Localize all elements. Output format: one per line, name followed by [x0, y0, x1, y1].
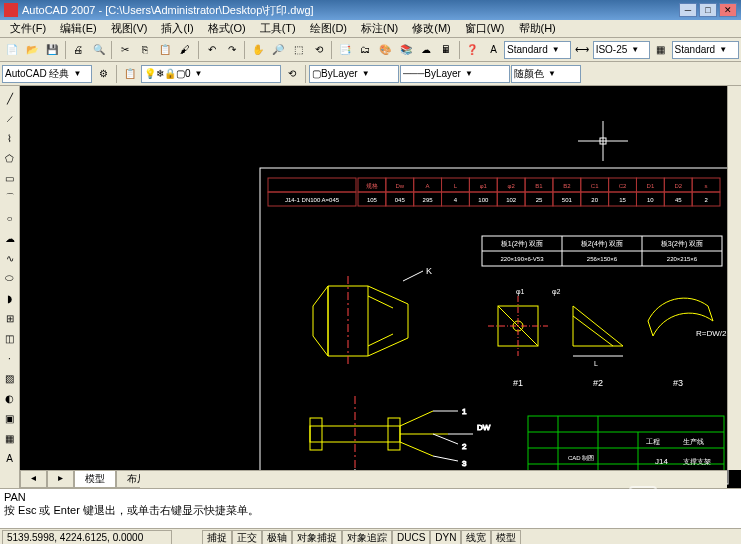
drawing-canvas[interactable]: 规格DwALφ1φ2B1B2C1C2D1D2sJ14-1 DN100 A=045…	[20, 86, 741, 488]
sheet-set-icon[interactable]: 📚	[396, 40, 415, 60]
status-snap[interactable]: 捕捉	[202, 530, 232, 545]
svg-text:L: L	[594, 360, 598, 367]
hatch-icon[interactable]: ▨	[1, 369, 19, 387]
textstyle-icon[interactable]: A	[484, 40, 503, 60]
svg-text:板1(2件) 双面: 板1(2件) 双面	[500, 240, 543, 248]
zoom-icon[interactable]: 🔎	[269, 40, 288, 60]
xline-icon[interactable]: ⟋	[1, 109, 19, 127]
dimstyle-icon[interactable]: ⟷	[572, 40, 591, 60]
open-icon[interactable]: 📂	[22, 40, 41, 60]
svg-text:25: 25	[536, 197, 543, 203]
command-history-2: 按 Esc 或 Enter 键退出，或单击右键显示快捷菜单。	[4, 503, 737, 518]
svg-text:#2: #2	[593, 378, 603, 388]
workspace-combo[interactable]: AutoCAD 经典▼	[2, 65, 92, 83]
standard-toolbar: 📄 📂 💾 🖨 🔍 ✂ ⎘ 📋 🖌 ↶ ↷ ✋ 🔎 ⬚ ⟲ 📑 🗂 🎨 📚 ☁ …	[0, 38, 741, 62]
dimstyle-combo[interactable]: ISO-25▼	[593, 41, 651, 59]
menu-file[interactable]: 文件(F)	[4, 20, 52, 37]
menu-draw[interactable]: 绘图(D)	[304, 20, 353, 37]
status-model[interactable]: 模型	[491, 530, 521, 545]
status-ortho[interactable]: 正交	[232, 530, 262, 545]
menu-bar: 文件(F) 编辑(E) 视图(V) 插入(I) 格式(O) 工具(T) 绘图(D…	[0, 20, 741, 38]
zoom-window-icon[interactable]: ⬚	[289, 40, 308, 60]
revcloud-icon[interactable]: ☁	[1, 229, 19, 247]
calc-icon[interactable]: 🖩	[436, 40, 455, 60]
help-icon[interactable]: ❓	[463, 40, 482, 60]
menu-window[interactable]: 窗口(W)	[459, 20, 511, 37]
polyline-icon[interactable]: ⌇	[1, 129, 19, 147]
menu-view[interactable]: 视图(V)	[105, 20, 154, 37]
tab-nav-right[interactable]: ▸	[47, 470, 74, 488]
maximize-button[interactable]: □	[699, 3, 717, 17]
svg-text:K: K	[426, 266, 432, 276]
make-block-icon[interactable]: ◫	[1, 329, 19, 347]
status-coords[interactable]: 5139.5998, 4224.6125, 0.0000	[2, 530, 172, 545]
status-otrack[interactable]: 对象追踪	[342, 530, 392, 545]
redo-icon[interactable]: ↷	[222, 40, 241, 60]
tablestyle-icon[interactable]: ▦	[651, 40, 670, 60]
command-line[interactable]: PAN 按 Esc 或 Enter 键退出，或单击右键显示快捷菜单。	[0, 488, 741, 528]
plot-preview-icon[interactable]: 🔍	[89, 40, 108, 60]
command-history-1: PAN	[4, 491, 737, 503]
scrollbar-horizontal[interactable]	[140, 470, 727, 488]
menu-dimension[interactable]: 标注(N)	[355, 20, 404, 37]
color-combo[interactable]: ▢ ByLayer▼	[309, 65, 399, 83]
textstyle-combo[interactable]: Standard▼	[504, 41, 571, 59]
table-icon[interactable]: ▦	[1, 429, 19, 447]
text-icon[interactable]: A	[1, 449, 19, 467]
ellipse-arc-icon[interactable]: ◗	[1, 289, 19, 307]
lineweight-combo[interactable]: 随颜色▼	[511, 65, 581, 83]
tool-palette-icon[interactable]: 🎨	[376, 40, 395, 60]
cut-icon[interactable]: ✂	[115, 40, 134, 60]
point-icon[interactable]: ·	[1, 349, 19, 367]
region-icon[interactable]: ▣	[1, 409, 19, 427]
svg-text:D2: D2	[674, 183, 682, 189]
insert-block-icon[interactable]: ⊞	[1, 309, 19, 327]
markup-icon[interactable]: ☁	[416, 40, 435, 60]
svg-text:CAD 制图: CAD 制图	[568, 455, 594, 461]
circle-icon[interactable]: ○	[1, 209, 19, 227]
close-button[interactable]: ✕	[719, 3, 737, 17]
menu-format[interactable]: 格式(O)	[202, 20, 252, 37]
new-icon[interactable]: 📄	[2, 40, 21, 60]
polygon-icon[interactable]: ⬠	[1, 149, 19, 167]
tablestyle-combo[interactable]: Standard▼	[672, 41, 739, 59]
menu-modify[interactable]: 修改(M)	[406, 20, 457, 37]
status-osnap[interactable]: 对象捕捉	[292, 530, 342, 545]
paste-icon[interactable]: 📋	[156, 40, 175, 60]
arc-icon[interactable]: ⌒	[1, 189, 19, 207]
tab-nav-left[interactable]: ◂	[20, 470, 47, 488]
menu-tools[interactable]: 工具(T)	[254, 20, 302, 37]
spline-icon[interactable]: ∿	[1, 249, 19, 267]
linetype-combo[interactable]: ─── ByLayer▼	[400, 65, 510, 83]
layer-props-icon[interactable]: 📋	[120, 64, 140, 84]
rectangle-icon[interactable]: ▭	[1, 169, 19, 187]
pan-icon[interactable]: ✋	[248, 40, 267, 60]
menu-edit[interactable]: 编辑(E)	[54, 20, 103, 37]
status-lwt[interactable]: 线宽	[461, 530, 491, 545]
svg-line-66	[368, 296, 393, 308]
line-icon[interactable]: ╱	[1, 89, 19, 107]
match-prop-icon[interactable]: 🖌	[176, 40, 195, 60]
layer-combo[interactable]: 💡❄🔒▢ 0▼	[141, 65, 281, 83]
ellipse-icon[interactable]: ⬭	[1, 269, 19, 287]
menu-insert[interactable]: 插入(I)	[155, 20, 199, 37]
save-icon[interactable]: 💾	[42, 40, 61, 60]
minimize-button[interactable]: ─	[679, 3, 697, 17]
status-polar[interactable]: 极轴	[262, 530, 292, 545]
layer-previous-icon[interactable]: ⟲	[282, 64, 302, 84]
tab-model[interactable]: 模型	[74, 470, 116, 488]
gradient-icon[interactable]: ◐	[1, 389, 19, 407]
workspace-settings-icon[interactable]: ⚙	[93, 64, 113, 84]
zoom-previous-icon[interactable]: ⟲	[309, 40, 328, 60]
properties-icon[interactable]: 📑	[335, 40, 354, 60]
status-dyn[interactable]: DYN	[430, 530, 461, 545]
print-icon[interactable]: 🖨	[69, 40, 88, 60]
scrollbar-vertical[interactable]	[727, 86, 741, 470]
copy-icon[interactable]: ⎘	[135, 40, 154, 60]
design-center-icon[interactable]: 🗂	[356, 40, 375, 60]
undo-icon[interactable]: ↶	[202, 40, 221, 60]
svg-text:256×150×6: 256×150×6	[587, 256, 618, 262]
menu-help[interactable]: 帮助(H)	[513, 20, 562, 37]
svg-text:R=DW/2: R=DW/2	[696, 329, 727, 338]
status-ducs[interactable]: DUCS	[392, 530, 430, 545]
